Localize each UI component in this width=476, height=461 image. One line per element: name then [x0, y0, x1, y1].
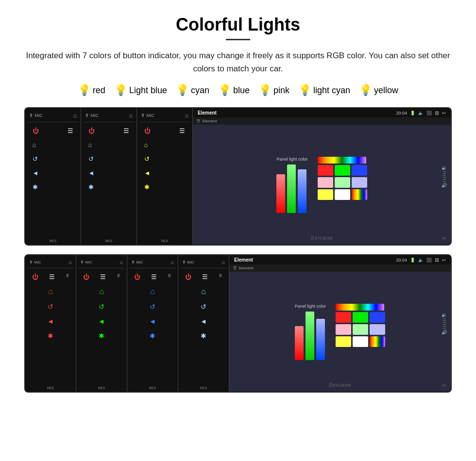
panel-icons-b1: ⏻ ☰ E ⌂ ↺ ◄ ✱ — [129, 273, 176, 340]
panel-icons-r1: ⏻ ☰ E ⌂ ↺ ◄ ✱ — [27, 273, 74, 340]
icon-row-arrow-1: ◄ — [33, 169, 74, 177]
panel-bottom-lb1: RES — [178, 386, 229, 390]
bt-icon-3: ✱ — [144, 183, 150, 191]
mic-label-1: 🎙 MIC — [29, 113, 43, 118]
home-icon-r1: ⌂ — [68, 259, 72, 265]
swatch-blue-1 — [352, 165, 367, 176]
battery-icon-1: 🔋 — [410, 111, 415, 115]
power-icon-g1: ⏻ — [83, 273, 89, 280]
bt-icon-1: ✱ — [33, 183, 38, 191]
ir-label-2: IR — [442, 383, 446, 388]
nav-element-1: Element — [203, 119, 217, 123]
icon-row-power-g1: ⏻ ☰ E — [83, 273, 120, 280]
res-label-b1: RES — [149, 386, 156, 390]
home-icon-g1: ⌂ — [119, 259, 123, 265]
panel-icons-2: ⏻ ☰ ⌂ ↺ ◄ ✱ — [83, 127, 135, 191]
tick-2 — [443, 173, 446, 174]
time-1: 20:04 — [396, 111, 407, 115]
screen-content-1: Panel light color — [193, 125, 451, 245]
back-icon-g1: ↺ — [99, 303, 104, 311]
tick2-6 — [443, 328, 446, 329]
battery-icon-2: 🔋 — [410, 258, 415, 263]
icon-row-power-3: ⏻ ☰ — [144, 127, 186, 134]
color-grid-1 — [318, 165, 367, 200]
back-nav-icon-1: ↩ — [442, 111, 446, 115]
house-icon-3: ⌂ — [144, 141, 148, 148]
swatch-pink-2 — [336, 324, 351, 335]
swatch-yellow-1 — [318, 189, 333, 200]
left-icon-1: ◄ — [33, 169, 39, 177]
bt-icon-lb1: ✱ — [201, 332, 206, 340]
swatch-green-2 — [353, 312, 368, 323]
panel-light-label-2: Panel light color — [295, 304, 326, 309]
menu-icon-1: ☰ — [68, 127, 73, 134]
icon-row-power-r1: ⏻ ☰ E — [32, 273, 69, 280]
color-label-red: red — [93, 85, 105, 96]
back-icon-r1: ↺ — [48, 303, 53, 311]
panel-icons-lb1: ⏻ ☰ E ⌂ ↺ ◄ ✱ — [180, 273, 227, 340]
mic-label-b1: 🎙 MIC — [131, 260, 143, 264]
hamburger-icon-1: ☰ — [197, 119, 200, 123]
car-panel-1: 🎙 MIC ⌂ ⏻ ☰ ⌂ ↺ ◄ — [25, 108, 81, 245]
icon-row-bt-2: ✱ — [88, 183, 130, 191]
app-title-1: Element — [198, 110, 217, 115]
vol-ticks-1 — [443, 171, 446, 182]
back-icon-1: ↺ — [33, 155, 38, 163]
main-screen-2: Element 20:04 🔋 🔈 ⬛ ⛓ ↩ ☰ Element — [229, 255, 451, 392]
power-icon-r1: ⏻ — [32, 273, 38, 280]
tick2-1 — [443, 318, 446, 319]
color-swatches-section-2 — [336, 304, 385, 347]
tick2-4 — [443, 324, 446, 325]
color-item-lightblue: 💡 Light blue — [114, 84, 167, 97]
color-swatches-section-1 — [318, 157, 367, 200]
mic-label-3: 🎙 MIC — [141, 113, 154, 118]
screen-icon-2: ⬛ — [426, 258, 432, 263]
color-item-cyan: 💡 cyan — [176, 84, 209, 97]
panel-bottom-g1: RES — [76, 386, 127, 390]
color-label-lightcyan: light cyan — [313, 85, 350, 96]
home-icon-3: ⌂ — [185, 112, 188, 119]
app-title-2: Element — [234, 257, 253, 263]
screenshots-section: 🎙 MIC ⌂ ⏻ ☰ ⌂ ↺ ◄ — [0, 107, 476, 393]
vol-icon-1: 🔈 — [418, 111, 424, 115]
icon-row-back-2: ↺ — [88, 155, 130, 163]
power-icon-b1: ⏻ — [134, 273, 140, 280]
panel-bottom-3: RES — [137, 239, 192, 243]
tick2-2 — [443, 320, 446, 321]
panel-top-b1: 🎙 MIC ⌂ — [129, 259, 176, 268]
bt-icon-b1: ✱ — [150, 332, 155, 340]
left-icon-g1: ◄ — [98, 317, 105, 325]
bar-green-1 — [287, 165, 296, 213]
color-bars-section-2: Panel light color — [295, 304, 326, 360]
house-icon-2: ⌂ — [88, 141, 92, 148]
tick-1 — [443, 171, 446, 172]
tick2-5 — [443, 326, 446, 327]
panel-bottom-1: RES — [25, 239, 81, 243]
rainbow-bar-2 — [336, 304, 384, 311]
unit-row-2: 🎙 MIC ⌂ ⏻ ☰ E ⌂ ↺ ◄ ✱ RES — [24, 254, 452, 393]
vol-down-icon-1: 🔉 — [442, 165, 447, 170]
color-label-cyan: cyan — [191, 85, 209, 96]
color-item-lightcyan: 💡 light cyan — [298, 84, 350, 97]
mic-label-lb1: 🎙 MIC — [182, 260, 194, 264]
title-divider — [226, 39, 250, 40]
power-icon-2: ⏻ — [88, 127, 95, 134]
res-label-3: RES — [161, 239, 168, 243]
panel-icons-g1: ⏻ ☰ E ⌂ ↺ ◄ ✱ — [78, 273, 125, 340]
swatch-white-2 — [353, 336, 368, 347]
panel-top-g1: 🎙 MIC ⌂ — [78, 259, 125, 268]
icon-row-bt-1: ✱ — [33, 183, 74, 191]
color-label-pink: pink — [273, 85, 289, 96]
bar-blue-1 — [298, 169, 306, 213]
color-label-yellow: yellow — [374, 85, 398, 96]
e-icon-g1: E — [117, 273, 120, 280]
menu-icon-b1: ☰ — [151, 273, 157, 280]
bar-green-2 — [306, 312, 314, 360]
color-panel-ui-2: Panel light color — [295, 304, 385, 360]
car-panel-r1: 🎙 MIC ⌂ ⏻ ☰ E ⌂ ↺ ◄ ✱ RES — [25, 255, 76, 392]
color-item-red: 💡 red — [78, 84, 105, 97]
panel-icons-3: ⏻ ☰ ⌂ ↺ ◄ ✱ — [139, 127, 190, 191]
screen-header-left-2: Element — [234, 257, 253, 263]
bulb-icon-yellow: 💡 — [359, 84, 372, 97]
swatch-lightblue-1 — [352, 177, 367, 188]
